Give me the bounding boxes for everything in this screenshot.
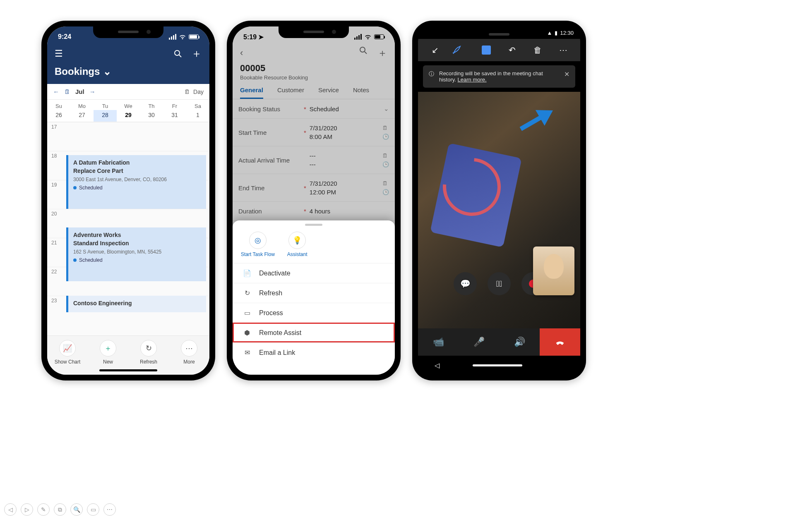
- calendar-icon: 🗓: [382, 180, 389, 187]
- show-chart-button[interactable]: 📈 Show Chart: [47, 340, 88, 365]
- page-title[interactable]: Bookings ⌄: [47, 64, 209, 80]
- next-arrow-icon[interactable]: →: [89, 88, 96, 95]
- assistant-button[interactable]: 💡 Assistant: [287, 232, 308, 257]
- remote-assist-button[interactable]: ⬢ Remote Assist: [233, 323, 395, 342]
- record-header: 00005 Bookable Resource Booking: [233, 63, 395, 81]
- deactivate-button[interactable]: 📄 Deactivate: [233, 263, 395, 283]
- add-icon[interactable]: ＋: [191, 46, 202, 61]
- add-icon[interactable]: ＋: [377, 46, 387, 60]
- refresh-icon: ↻: [243, 289, 252, 297]
- home-indicator[interactable]: [99, 369, 157, 371]
- field-end-time[interactable]: End Time * 7/31/2020 12:00 PM 🗓🕒: [233, 174, 395, 202]
- clock-icon: 🕒: [382, 134, 389, 140]
- learn-more-link[interactable]: Learn more.: [458, 77, 487, 83]
- color-swatch-icon[interactable]: [478, 45, 495, 55]
- clock-icon: 🕒: [382, 189, 389, 195]
- plus-icon: ＋: [100, 340, 116, 357]
- booking-event[interactable]: Adventure Works Standard Inspection 162 …: [66, 227, 206, 281]
- field-arrival-time[interactable]: Actual Arrival Time * --- --- 🗓🕒: [233, 146, 395, 174]
- tool-zoom[interactable]: 🔍: [70, 503, 83, 516]
- tool-edit[interactable]: ✎: [37, 503, 50, 516]
- calendar-icon: 🗓: [382, 153, 389, 159]
- new-button[interactable]: ＋ New: [88, 340, 128, 365]
- start-task-flow-button[interactable]: ◎ Start Task Flow: [241, 232, 275, 257]
- refresh-button[interactable]: ↻ Refresh: [233, 283, 395, 303]
- schedule-grid[interactable]: 17 18 19 20 21 22 23 A Datum Fabrication…: [47, 122, 209, 335]
- tab-service[interactable]: Service: [318, 86, 339, 99]
- page-toolstrip: ◁ ▷ ✎ ⧉ 🔍 ▭ ⋯: [4, 503, 116, 516]
- action-sheet: ◎ Start Task Flow 💡 Assistant 📄 Deactiva…: [233, 220, 395, 375]
- signal-icon: [169, 34, 176, 40]
- wifi-icon: [364, 34, 372, 40]
- video-feed[interactable]: 💬 �⃞: [418, 92, 580, 328]
- view-mode-label[interactable]: Day: [193, 89, 204, 95]
- tool-screen[interactable]: ▭: [87, 503, 99, 516]
- email-link-button[interactable]: ✉ Email a Link: [233, 342, 395, 362]
- signal-icon: [354, 34, 362, 40]
- battery-icon: [374, 34, 384, 39]
- more-icon: ⋯: [181, 340, 197, 357]
- weekday-numbers[interactable]: 26 27 28 29 30 31 1: [47, 110, 209, 122]
- self-video-thumbnail[interactable]: [533, 246, 574, 295]
- bookings-header: 9:24 ☰: [47, 26, 209, 84]
- field-start-time[interactable]: Start Time * 7/31/2020 8:00 AM 🗓🕒: [233, 119, 395, 146]
- prev-arrow-icon[interactable]: ←: [53, 88, 59, 95]
- tool-next[interactable]: ▷: [21, 503, 33, 516]
- lightbulb-icon: 💡: [288, 232, 306, 249]
- phone-booking-detail: 5:19 ➤ ‹ ＋: [227, 21, 401, 380]
- tab-bar: General Customer Service Notes: [233, 81, 395, 99]
- menu-icon[interactable]: ☰: [55, 48, 63, 59]
- search-icon[interactable]: [174, 50, 182, 58]
- chevron-down-icon: ⌄: [103, 66, 111, 77]
- selected-day[interactable]: 28: [94, 110, 117, 122]
- search-icon[interactable]: [359, 46, 368, 60]
- chevron-down-icon: ⌄: [384, 105, 389, 112]
- status-time: 5:19: [243, 33, 257, 41]
- home-indicator[interactable]: [473, 364, 522, 366]
- today[interactable]: 29: [117, 110, 140, 122]
- recording-banner: ⓘ Recording will be saved in the meeting…: [423, 65, 575, 88]
- annotation-toolbar: ↙ ↶ 🗑 ⋯: [418, 39, 580, 61]
- call-controls: 📹 🎤 🔊: [418, 328, 580, 356]
- speaker-button[interactable]: 🔊: [499, 328, 540, 356]
- more-icon[interactable]: ⋯: [555, 45, 572, 55]
- battery-icon: [189, 34, 199, 39]
- drag-handle-icon[interactable]: [305, 224, 322, 226]
- undo-icon[interactable]: ↶: [504, 45, 520, 55]
- camera-toggle-button[interactable]: 📹: [418, 328, 459, 356]
- field-booking-status[interactable]: Booking Status * Scheduled ⌄: [233, 99, 395, 119]
- status-dot-icon: [73, 186, 77, 189]
- more-button[interactable]: ⋯ More: [169, 340, 209, 365]
- status-time: 12:30: [560, 30, 574, 36]
- email-icon: ✉: [243, 349, 252, 357]
- field-duration[interactable]: Duration * 4 hours: [233, 202, 395, 221]
- tool-copy[interactable]: ⧉: [54, 503, 66, 516]
- chart-icon: 📈: [59, 340, 76, 357]
- refresh-button[interactable]: ↻ Refresh: [128, 340, 169, 365]
- pen-icon[interactable]: [452, 45, 469, 55]
- tab-notes[interactable]: Notes: [353, 86, 369, 99]
- trash-icon[interactable]: 🗑: [529, 45, 546, 55]
- collapse-icon[interactable]: ↙: [427, 45, 443, 55]
- chat-button[interactable]: 💬: [454, 272, 477, 295]
- booking-event[interactable]: A Datum Fabrication Replace Core Part 30…: [66, 155, 206, 209]
- back-icon[interactable]: ‹: [240, 48, 243, 58]
- end-call-button[interactable]: [540, 328, 580, 356]
- booking-event[interactable]: Contoso Engineering: [66, 296, 206, 312]
- tab-general[interactable]: General: [240, 86, 263, 99]
- tool-prev[interactable]: ◁: [4, 503, 17, 516]
- wifi-icon: [179, 34, 186, 40]
- status-bar: ▲ ▮ 12:30: [418, 26, 580, 39]
- close-icon[interactable]: ✕: [564, 70, 569, 78]
- tab-customer[interactable]: Customer: [277, 86, 304, 99]
- record-subtitle: Bookable Resource Booking: [240, 74, 387, 81]
- process-button[interactable]: ▭ Process: [233, 303, 395, 323]
- mic-toggle-button[interactable]: 🎤: [459, 328, 499, 356]
- clock-icon: 🕒: [382, 161, 389, 167]
- back-icon[interactable]: ◁: [435, 361, 440, 369]
- capture-button[interactable]: �⃞: [488, 272, 511, 295]
- tool-more[interactable]: ⋯: [103, 503, 116, 516]
- phone-remote-assist-call: ▲ ▮ 12:30 ↙ ↶ 🗑 ⋯ ⓘ Recording will b: [412, 21, 586, 380]
- deactivate-icon: 📄: [243, 269, 252, 277]
- calendar-icon[interactable]: 🗓: [64, 88, 70, 95]
